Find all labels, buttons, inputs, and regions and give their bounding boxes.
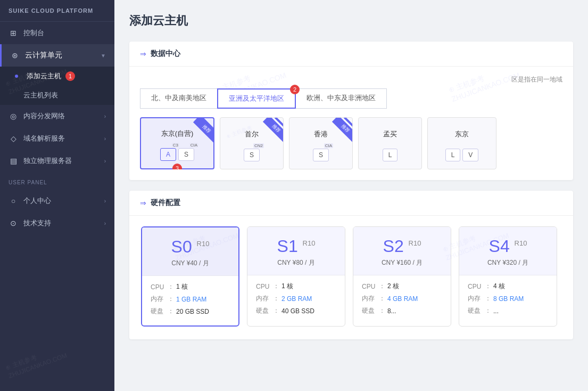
cdn-label: 内容分发网络 — [23, 111, 65, 121]
server-icon: ▤ — [9, 157, 18, 165]
hw-card-s2[interactable]: S2 R10 CNY ¥160 / 月 CPU ： 2 核 内存 — [353, 226, 451, 327]
layers-icon: ⊛ — [10, 51, 20, 60]
dc-sub-btn-tokyo-l[interactable]: L — [445, 149, 461, 161]
ribbon-text-seoul: 推荐 — [263, 118, 283, 142]
dc-sub-item-seoul-s[interactable]: S CN2 — [244, 149, 260, 161]
dc-card-tokyo-self[interactable]: 推荐 东京(自营) A C3 S CIA — [140, 117, 214, 169]
dc-sub-item-tokyo-l[interactable]: L — [445, 149, 461, 161]
dc-card-name-seoul: 首尔 — [245, 129, 259, 139]
badge-1: 1 — [65, 71, 75, 81]
user-panel-header: USER PANEL — [0, 175, 114, 190]
add-vm-label: 添加云主机 — [27, 71, 61, 81]
hw-spec-disk-s2: 硬盘 ： 8... — [362, 306, 442, 315]
dc-sub-grid-hk: S CIA — [313, 149, 329, 161]
dc-sub-item-mumbai-l[interactable]: L — [383, 149, 398, 161]
hw-body-s0: CPU ： 1 核 内存 ： 1 GB RAM 硬盘 ： 20 GB S — [142, 276, 238, 325]
sidebar-item-label: 控制台 — [23, 28, 44, 38]
dc-sub-item-tokyo-v[interactable]: V — [462, 149, 478, 161]
hw-card-top-s1: S1 R10 CNY ¥80 / 月 — [247, 227, 345, 275]
dc-sub-btn-a[interactable]: A — [160, 148, 176, 161]
hw-spec-cpu-s4: CPU ： 4 核 — [468, 282, 548, 291]
region-tab-europe[interactable]: 欧洲、中东及非洲地区 — [295, 88, 387, 109]
sidebar-item-dedicated[interactable]: ▤ 独立物理服务器 › — [0, 150, 114, 172]
dc-sub-grid-tokyo: L V — [445, 149, 479, 161]
sidebar-item-cloud-unit[interactable]: ⊛ 云计算单元 ▼ — [0, 44, 114, 67]
sidebar-item-control-panel[interactable]: ⊞ 控制台 — [0, 22, 114, 44]
hw-section: ⇒ 硬件配置 ⊕ 主机参考ZHUJICANKAO.COM ⊕ 主机参考ZHUJI… — [129, 191, 573, 339]
sidebar-item-tech-support[interactable]: ⊙ 技术支持 › — [0, 212, 114, 234]
hw-card-s4[interactable]: S4 R10 CNY ¥320 / 月 CPU ： 4 核 内存 — [459, 226, 557, 327]
dc-sub-btn-tokyo-v[interactable]: V — [462, 149, 478, 161]
dc-card-tokyo[interactable]: 东京 L V — [427, 117, 496, 169]
sub-tag-cia-hk: CIA — [324, 143, 333, 148]
person-icon: ○ — [9, 197, 18, 205]
sidebar-item-personal[interactable]: ○ 个人中心 › — [0, 190, 114, 212]
region-tab-asia[interactable]: 亚洲及太平洋地区 2 — [217, 88, 296, 109]
dc-section-title: 数据中心 — [151, 49, 180, 59]
chevron-down-icon: ▼ — [101, 53, 106, 59]
sub-tag-cn2: CN2 — [253, 143, 264, 148]
grid-icon: ⊞ — [9, 29, 18, 37]
sidebar-logo: SUIKE CLOUD PLATFORM — [0, 0, 114, 22]
hw-spec-cpu-s2: CPU ： 2 核 — [362, 282, 442, 291]
dns-label: 域名解析服务 — [23, 134, 65, 143]
ribbon-text: 推荐 — [193, 118, 213, 143]
dc-sub-btn-s[interactable]: S — [178, 148, 194, 161]
dc-card-mumbai[interactable]: 孟买 L — [358, 117, 422, 169]
hw-price-s1: CNY ¥80 / 月 — [256, 258, 336, 267]
hw-body-s2: CPU ： 2 核 内存 ： 4 GB RAM 硬盘 ： 8... — [353, 275, 451, 325]
hw-spec-disk-s0: 硬盘 ： 20 GB SSD — [151, 307, 230, 316]
dc-sub-grid-seoul: S CN2 — [244, 149, 260, 161]
sidebar: SUIKE CLOUD PLATFORM ⊞ 控制台 ⊕ 主机参考ZHUJICA… — [0, 0, 114, 391]
sub-tag-cia: CIA — [189, 143, 198, 148]
vm-list-label: 云主机列表 — [23, 91, 58, 100]
dc-sub-grid: A C3 S CIA — [160, 148, 194, 161]
region-note: 区是指在同一地域 — [140, 75, 562, 84]
dc-grid: 推荐 东京(自营) A C3 S CIA — [140, 117, 562, 169]
dc-sub-item-hk-s[interactable]: S CIA — [313, 149, 329, 161]
sidebar-item-vm-list[interactable]: 云主机列表 — [0, 86, 114, 105]
dns-icon: ◇ — [9, 134, 18, 143]
sidebar-item-cdn[interactable]: ◎ 内容分发网络 › — [0, 105, 114, 127]
dc-sub-btn-hk-s[interactable]: S — [313, 149, 329, 161]
chevron-right-icon2: › — [104, 136, 106, 142]
step-badge-3: 3 — [172, 164, 182, 169]
sidebar-watermark-bottom: ⊕ 主机参考ZHUJICANKAO.COM — [4, 343, 68, 380]
dc-sub-btn-mumbai-l[interactable]: L — [383, 149, 398, 161]
dedicated-label: 独立物理服务器 — [23, 156, 72, 166]
region-tabs: 北、中及南美地区 亚洲及太平洋地区 2 欧洲、中东及非洲地区 — [140, 88, 562, 109]
dc-sub-grid-mumbai: L — [383, 149, 398, 161]
hw-card-s0[interactable]: S0 R10 CNY ¥40 / 月 CPU ： 1 核 内存 — [141, 226, 239, 327]
hw-section-title: 硬件配置 — [151, 198, 180, 208]
hw-body-s4: CPU ： 4 核 内存 ： 8 GB RAM 硬盘 ： ... — [459, 275, 557, 325]
double-arrow-icon: ⇒ — [140, 50, 146, 58]
double-arrow-icon-hw: ⇒ — [140, 199, 146, 207]
personal-label: 个人中心 — [23, 196, 51, 206]
hw-card-s1[interactable]: S1 R10 CNY ¥80 / 月 CPU ： 1 核 内存 — [247, 226, 345, 327]
dc-card-name-hk: 香港 — [314, 129, 328, 139]
chevron-right-icon3: › — [104, 158, 106, 164]
sidebar-sub-items: 添加云主机 1 云主机列表 — [0, 67, 114, 105]
hw-body-s1: CPU ： 1 核 内存 ： 2 GB RAM 硬盘 ： 40 GB S — [247, 275, 345, 325]
hw-spec-disk-s1: 硬盘 ： 40 GB SSD — [256, 306, 336, 315]
sidebar-item-dns[interactable]: ◇ 域名解析服务 › — [0, 127, 114, 150]
region-tab-americas[interactable]: 北、中及南美地区 — [140, 88, 218, 109]
chevron-right-icon4: › — [104, 198, 106, 204]
dc-card-name-mumbai: 孟买 — [383, 129, 397, 139]
hw-spec-ram-s2: 内存 ： 4 GB RAM — [362, 294, 442, 303]
sidebar-item-add-vm[interactable]: 添加云主机 1 — [0, 67, 114, 86]
dc-card-seoul[interactable]: 推荐 ⊕ 主机参考 首尔 S CN2 — [220, 117, 284, 169]
dc-sub-item-s[interactable]: S CIA — [178, 148, 194, 161]
chevron-right-icon5: › — [104, 221, 106, 226]
dc-sub-btn-seoul-s[interactable]: S — [244, 149, 260, 161]
hw-spec-cpu-s0: CPU ： 1 核 — [151, 282, 230, 291]
recommended-ribbon-hk: 推荐 — [325, 118, 352, 145]
hw-price-s2: CNY ¥160 / 月 — [362, 258, 442, 267]
hw-spec-ram-s1: 内存 ： 2 GB RAM — [256, 294, 336, 303]
hw-grid: S0 R10 CNY ¥40 / 月 CPU ： 1 核 内存 — [140, 224, 562, 329]
dc-card-hongkong[interactable]: 推荐 香港 S CIA — [289, 117, 353, 169]
sub-tag-c3: C3 — [172, 143, 179, 148]
dc-sub-item-a[interactable]: A C3 — [160, 148, 176, 161]
page-title: 添加云主机 — [129, 13, 573, 29]
dc-section-header: ⇒ 数据中心 — [129, 42, 573, 67]
